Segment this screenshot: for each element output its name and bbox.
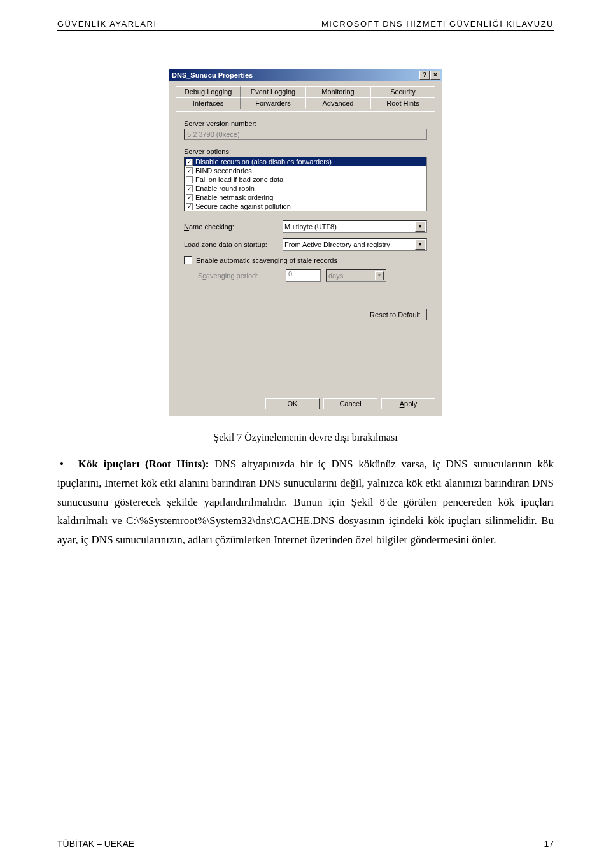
- figure-container: DNS_Sunucu Properties ? × Debug Logging …: [57, 69, 554, 443]
- tab-debug-logging[interactable]: Debug Logging: [176, 86, 241, 97]
- reset-to-default-button[interactable]: Reset to Default: [363, 309, 427, 320]
- dropdown-icon: ▼: [375, 271, 384, 280]
- option-label: Disable recursion (also disables forward…: [195, 157, 332, 166]
- tab-interfaces[interactable]: Interfaces: [176, 97, 241, 109]
- server-option-item[interactable]: ✓Disable recursion (also disables forwar…: [185, 157, 426, 166]
- ok-button[interactable]: OK: [265, 398, 320, 409]
- option-label: Enable netmask ordering: [195, 193, 273, 202]
- header-rule: [57, 30, 554, 31]
- server-option-item[interactable]: ✓Enable round robin: [185, 184, 426, 193]
- option-checkbox[interactable]: ✓: [186, 203, 193, 210]
- paragraph-text: DNS altyapınızda bir iç DNS kökünüz vars…: [57, 458, 554, 546]
- header-right: MICROSOFT DNS HİZMETİ GÜVENLİĞİ KILAVUZU: [321, 19, 554, 29]
- document-header: GÜVENLİK AYARLARI MICROSOFT DNS HİZMETİ …: [57, 19, 554, 29]
- option-checkbox[interactable]: ✓: [186, 159, 193, 166]
- tab-monitoring[interactable]: Monitoring: [306, 86, 370, 97]
- dialog-title: DNS_Sunucu Properties: [172, 71, 253, 79]
- option-checkbox[interactable]: ✓: [186, 194, 193, 201]
- server-option-item[interactable]: Fail on load if bad zone data: [185, 175, 426, 184]
- dropdown-icon[interactable]: ▼: [415, 222, 425, 232]
- name-checking-label: Name checking:: [184, 223, 283, 231]
- option-label: Fail on load if bad zone data: [195, 175, 283, 184]
- figure-caption: Şekil 7 Özyinelemenin devre dışı bırakıl…: [57, 432, 554, 443]
- option-label: BIND secondaries: [195, 166, 252, 175]
- tab-forwarders[interactable]: Forwarders: [241, 97, 306, 109]
- load-zone-combo[interactable]: From Active Directory and registry ▼: [283, 238, 427, 251]
- apply-button[interactable]: Apply: [381, 398, 435, 409]
- tab-event-logging[interactable]: Event Logging: [241, 86, 306, 97]
- scavenge-period-label: Scavenging period:: [198, 272, 281, 280]
- bullet-title: Kök ipuçları (Root Hints):: [78, 458, 209, 470]
- dns-properties-dialog: DNS_Sunucu Properties ? × Debug Logging …: [169, 69, 442, 416]
- load-zone-value: From Active Directory and registry: [284, 241, 390, 248]
- tab-advanced[interactable]: Advanced: [306, 97, 370, 109]
- dropdown-icon[interactable]: ▼: [415, 239, 425, 250]
- load-zone-label: Load zone data on startup:: [184, 241, 283, 248]
- advanced-tab-panel: Server version number: 5.2 3790 (0xece) …: [176, 111, 435, 385]
- scavenge-checkbox-row[interactable]: Enable automatic scavenging of stale rec…: [184, 256, 427, 264]
- footer-page-number: 17: [544, 839, 554, 849]
- document-footer: TÜBİTAK – UEKAE 17: [57, 837, 554, 849]
- server-options-label: Server options:: [184, 148, 427, 155]
- scavenge-value-field: 0: [286, 269, 321, 282]
- cancel-button[interactable]: Cancel: [323, 398, 377, 409]
- option-label: Enable round robin: [195, 184, 255, 193]
- option-label: Secure cache against pollution: [195, 202, 291, 211]
- server-option-item[interactable]: ✓BIND secondaries: [185, 166, 426, 175]
- tab-root-hints[interactable]: Root Hints: [370, 97, 435, 109]
- body-paragraph: Kök ipuçları (Root Hints): DNS altyapını…: [57, 455, 554, 550]
- option-checkbox[interactable]: ✓: [186, 185, 193, 192]
- scavenge-unit-combo: days ▼: [326, 269, 386, 282]
- tab-security[interactable]: Security: [370, 86, 435, 97]
- scavenge-unit-value: days: [328, 272, 343, 280]
- header-left: GÜVENLİK AYARLARI: [57, 19, 157, 29]
- tabs-container: Debug Logging Event Logging Monitoring S…: [176, 86, 435, 111]
- scavenge-checkbox[interactable]: [184, 256, 192, 264]
- server-version-field: 5.2 3790 (0xece): [184, 129, 427, 140]
- server-option-item[interactable]: ✓Enable netmask ordering: [185, 193, 426, 202]
- footer-left: TÜBİTAK – UEKAE: [57, 839, 134, 849]
- name-checking-value: Multibyte (UTF8): [284, 223, 337, 231]
- scavenge-checkbox-label: Enable automatic scavenging of stale rec…: [196, 257, 337, 264]
- help-button[interactable]: ?: [419, 71, 430, 80]
- server-option-item[interactable]: ✓Secure cache against pollution: [185, 202, 426, 211]
- option-checkbox[interactable]: [186, 176, 193, 183]
- footer-rule: [57, 837, 554, 837]
- option-checkbox[interactable]: ✓: [186, 167, 193, 174]
- server-options-list[interactable]: ✓Disable recursion (also disables forwar…: [184, 157, 427, 211]
- name-checking-combo[interactable]: Multibyte (UTF8) ▼: [283, 220, 427, 233]
- dialog-footer: OK Cancel Apply: [169, 392, 442, 416]
- dialog-titlebar[interactable]: DNS_Sunucu Properties ? ×: [169, 69, 442, 81]
- server-version-label: Server version number:: [184, 120, 427, 127]
- close-button[interactable]: ×: [430, 71, 440, 80]
